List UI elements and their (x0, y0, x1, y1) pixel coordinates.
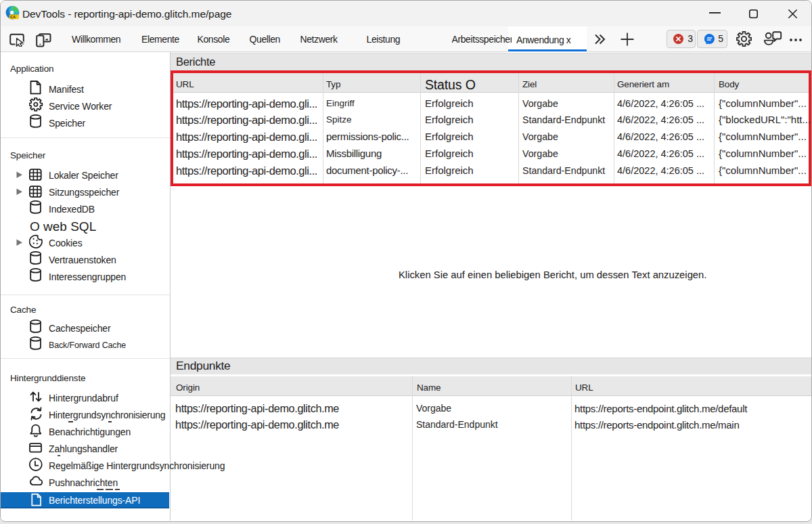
svg-text:CAˈ: CAˈ (10, 15, 17, 19)
